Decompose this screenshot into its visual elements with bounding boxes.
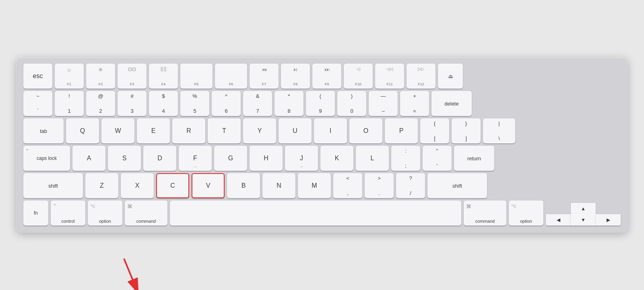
qwerty-row: tab Q W E R T Y U I O P { [ } ] | — [23, 118, 621, 143]
key-shift-left[interactable]: shift — [23, 173, 83, 198]
arrow-cluster: ▲ ◀ ▼ ▶ — [546, 203, 621, 226]
key-h[interactable]: H — [250, 146, 283, 171]
key-9[interactable]: ( 9 — [306, 91, 335, 116]
key-tab[interactable]: tab — [23, 118, 64, 143]
key-w[interactable]: W — [101, 118, 134, 143]
key-backslash[interactable]: | \ — [483, 118, 515, 143]
key-8[interactable]: * 8 — [275, 91, 303, 116]
key-7[interactable]: & 7 — [243, 91, 272, 116]
key-lbracket[interactable]: { [ — [420, 118, 449, 143]
key-capslock[interactable]: • caps lock — [23, 146, 70, 171]
key-3[interactable]: # 3 — [118, 91, 147, 116]
key-f1[interactable]: ☼ F1 — [55, 64, 84, 89]
key-control[interactable]: ⌃ control — [51, 201, 85, 226]
fn-row: esc ☼ F1 ✳ F2 ⊡⊡ F3 ⣿⣿ F4 F5 F6 — [23, 64, 621, 89]
key-arrow-up[interactable]: ▲ — [571, 203, 596, 214]
key-2[interactable]: @ 2 — [86, 91, 115, 116]
key-k[interactable]: K — [320, 146, 353, 171]
key-shift-right[interactable]: shift — [427, 173, 487, 198]
key-slash[interactable]: ? / — [396, 173, 425, 198]
key-quote[interactable]: " ' — [423, 146, 452, 171]
asdf-row: • caps lock A S D F — G H J — K L : ; " — [23, 146, 621, 171]
key-rbracket[interactable]: } ] — [452, 118, 481, 143]
key-space[interactable] — [170, 201, 461, 226]
key-1[interactable]: ! 1 — [55, 91, 84, 116]
key-command-left[interactable]: ⌘ command — [125, 201, 167, 226]
key-f12[interactable]: ▷▷ F12 — [407, 64, 436, 89]
key-b[interactable]: B — [227, 173, 260, 198]
key-f2[interactable]: ✳ F2 — [86, 64, 115, 89]
key-f11[interactable]: ◁◁ F11 — [375, 64, 404, 89]
key-delete[interactable]: delete — [431, 91, 472, 116]
key-semicolon[interactable]: : ; — [391, 146, 420, 171]
key-f10[interactable]: ◁ F10 — [344, 64, 373, 89]
key-f6[interactable]: F6 — [215, 64, 247, 89]
key-esc[interactable]: esc — [23, 64, 52, 89]
key-option-left[interactable]: ⌥ option — [88, 201, 122, 226]
key-return[interactable]: return — [454, 146, 494, 171]
key-t[interactable]: T — [208, 118, 241, 143]
key-command-right[interactable]: ⌘ command — [464, 201, 506, 226]
key-n[interactable]: N — [262, 173, 295, 198]
key-f5[interactable]: F5 — [180, 64, 213, 89]
key-i[interactable]: I — [314, 118, 347, 143]
key-a[interactable]: A — [72, 146, 105, 171]
key-u[interactable]: U — [279, 118, 312, 143]
zxcv-row: shift Z X C V B N M < , > . ? / — [23, 173, 621, 198]
key-l[interactable]: L — [356, 146, 389, 171]
key-v[interactable]: V — [192, 173, 225, 198]
key-6[interactable]: ^ 6 — [212, 91, 241, 116]
key-s[interactable]: S — [108, 146, 141, 171]
key-power[interactable]: ⏏ — [438, 64, 463, 89]
key-comma[interactable]: < , — [333, 173, 362, 198]
key-arrow-left[interactable]: ◀ — [546, 214, 571, 226]
key-f[interactable]: F — — [179, 146, 212, 171]
key-option-right[interactable]: ⌥ option — [509, 201, 543, 226]
svg-line-1 — [124, 259, 138, 290]
key-equal[interactable]: + = — [400, 91, 429, 116]
key-z[interactable]: Z — [85, 173, 118, 198]
key-m[interactable]: M — [298, 173, 331, 198]
key-f4[interactable]: ⣿⣿ F4 — [149, 64, 178, 89]
key-p[interactable]: P — [385, 118, 418, 143]
key-grave[interactable]: ~ ` — [23, 91, 52, 116]
key-c[interactable]: C — [156, 173, 189, 198]
key-j[interactable]: J — — [285, 146, 318, 171]
keyboard: esc ☼ F1 ✳ F2 ⊡⊡ F3 ⣿⣿ F4 F5 F6 — [16, 57, 628, 233]
key-e[interactable]: E — [137, 118, 170, 143]
key-g[interactable]: G — [214, 146, 247, 171]
key-period[interactable]: > . — [365, 173, 394, 198]
bottom-row: fn ⌃ control ⌥ option ⌘ command ⌘ comman… — [23, 201, 621, 226]
key-f9[interactable]: ⏭ F9 — [312, 64, 341, 89]
keyboard-wrapper: esc ☼ F1 ✳ F2 ⊡⊡ F3 ⣿⣿ F4 F5 F6 — [16, 57, 628, 233]
key-r[interactable]: R — [172, 118, 205, 143]
key-f7[interactable]: ⏮ F7 — [250, 64, 279, 89]
key-x[interactable]: X — [121, 173, 154, 198]
key-o[interactable]: O — [349, 118, 382, 143]
key-f8[interactable]: ⏯ F8 — [281, 64, 310, 89]
key-f3[interactable]: ⊡⊡ F3 — [118, 64, 147, 89]
key-4[interactable]: $ 4 — [149, 91, 178, 116]
key-fn[interactable]: fn — [23, 201, 48, 226]
key-q[interactable]: Q — [66, 118, 99, 143]
key-minus[interactable]: — – — [369, 91, 398, 116]
key-y[interactable]: Y — [243, 118, 276, 143]
key-arrow-right[interactable]: ▶ — [596, 214, 621, 226]
key-arrow-down[interactable]: ▼ — [571, 214, 596, 226]
key-d[interactable]: D — [143, 146, 176, 171]
key-5[interactable]: % 5 — [180, 91, 209, 116]
key-0[interactable]: ) 0 — [337, 91, 366, 116]
number-row: ~ ` ! 1 @ 2 # 3 $ — [23, 91, 621, 116]
